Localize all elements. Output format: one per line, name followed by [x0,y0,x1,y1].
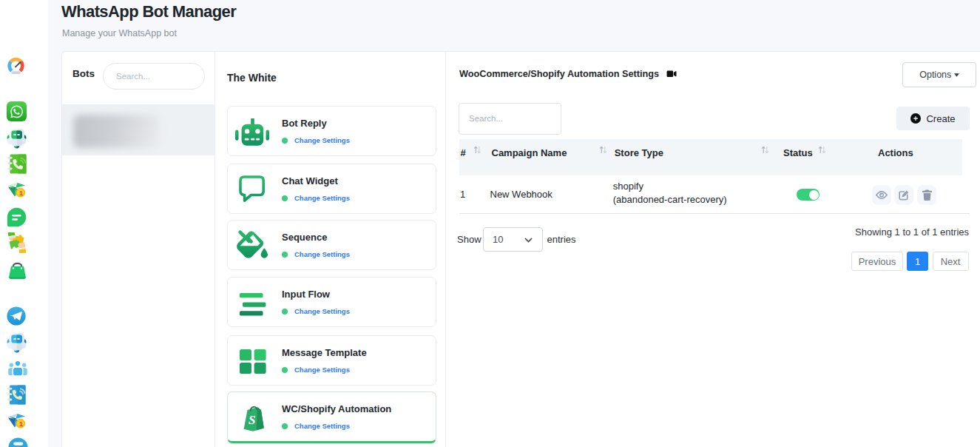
svg-text:1: 1 [19,420,23,428]
svg-text:S: S [249,413,255,427]
svg-text:1: 1 [19,189,23,197]
